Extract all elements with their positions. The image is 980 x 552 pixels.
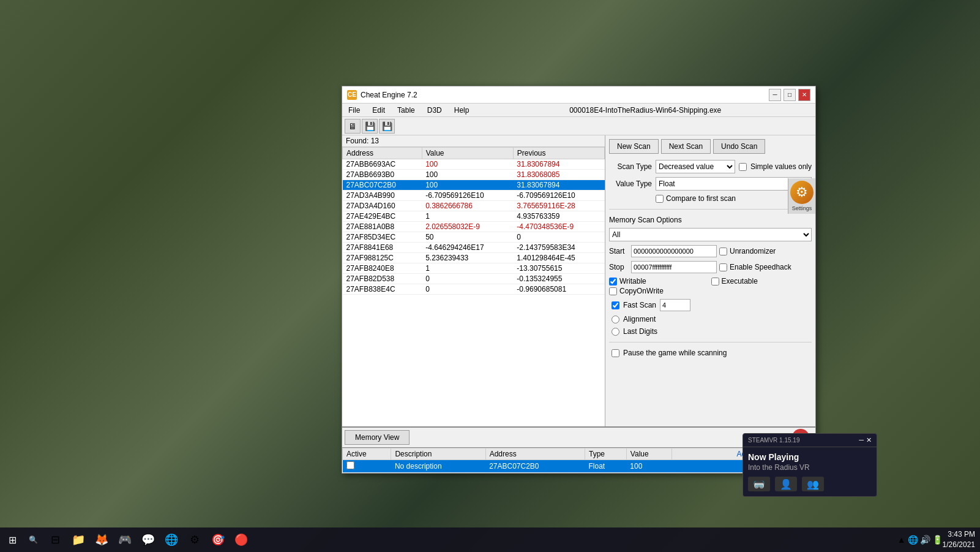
titlebar-left: CE Cheat Engine 7.2 xyxy=(347,90,417,100)
taskbar-items: ⊟ 📁 🦊 🎮 💬 🌐 ⚙ 🎯 🔴 xyxy=(42,529,255,551)
toolbar-btn-1[interactable]: 🖥 xyxy=(345,119,361,134)
scan-table-row[interactable]: 27AD3A4D1600.38626667863.765659116E-28 xyxy=(343,201,605,211)
simple-values-checkbox[interactable] xyxy=(739,163,747,171)
next-scan-button[interactable]: Next Scan xyxy=(661,139,711,154)
close-button[interactable]: ✕ xyxy=(798,89,810,101)
tray-sound-icon[interactable]: 🔊 xyxy=(920,535,930,545)
scan-value: 50 xyxy=(422,232,513,243)
fastscan-checkbox[interactable] xyxy=(612,301,619,309)
scan-table-row[interactable]: 27AFB838E4C0-0.9690685081 xyxy=(343,284,605,295)
scan-type-select[interactable]: Decreased value Increased value Changed … xyxy=(656,160,735,173)
minimize-button[interactable]: ─ xyxy=(769,89,781,101)
unrandomizer-checkbox[interactable] xyxy=(719,248,727,255)
new-scan-button[interactable]: New Scan xyxy=(609,139,659,154)
game-taskbar-button[interactable]: 🔴 xyxy=(230,529,252,551)
scan-previous: 4.935763359 xyxy=(513,211,604,222)
settings-taskbar-button[interactable]: ⚙ xyxy=(184,529,206,551)
lastdigits-radio[interactable] xyxy=(612,328,619,336)
toolbar-btn-2[interactable]: 💾 xyxy=(362,119,378,134)
steamvr-icon-1[interactable]: 🥽 xyxy=(748,477,770,491)
steamvr-icon-2[interactable]: 👤 xyxy=(775,477,797,491)
start-button[interactable]: ⊞ xyxy=(0,527,24,552)
stop-row: Stop Enable Speedhack xyxy=(609,261,812,273)
fileexplorer-button[interactable]: 📁 xyxy=(67,529,89,551)
firefox-button[interactable]: 🦊 xyxy=(91,529,113,551)
scan-value: 1 xyxy=(422,263,513,274)
cheatengine-taskbar-button[interactable]: 🎯 xyxy=(207,529,229,551)
cheat-engine-window: CE Cheat Engine 7.2 ─ □ ✕ File Edit Tabl… xyxy=(342,86,816,474)
undo-scan-button[interactable]: Undo Scan xyxy=(713,139,765,154)
toolbar-btn-3[interactable]: 💾 xyxy=(379,119,395,134)
taskview-button[interactable]: ⊟ xyxy=(44,529,66,551)
menu-table[interactable]: Table xyxy=(394,105,419,116)
taskbar-clock[interactable]: 3:43 PM 1/26/2021 xyxy=(943,529,975,550)
taskbar: ⊞ 🔍 ⊟ 📁 🦊 🎮 💬 🌐 ⚙ 🎯 🔴 ▲ 🌐 🔊 🔋 3:43 PM 1/… xyxy=(0,527,980,552)
addr-type: Float xyxy=(585,460,627,473)
scan-table-row[interactable]: 27AF85D34EC500 xyxy=(343,232,605,243)
steam-button[interactable]: 🎮 xyxy=(114,529,136,551)
settings-panel[interactable]: ⚙ Settings xyxy=(788,178,815,214)
scan-value: -4.646294246E17 xyxy=(422,243,513,253)
writable-checkbox[interactable] xyxy=(609,278,617,285)
steamvr-close[interactable]: ✕ xyxy=(866,436,872,444)
steamvr-header: STEAMVR 1.15.19 ─ ✕ xyxy=(743,434,877,447)
compare-first-row: Compare to first scan xyxy=(609,194,812,203)
stop-input[interactable] xyxy=(631,261,717,273)
tray-network-icon[interactable]: 🌐 xyxy=(908,535,918,545)
scan-table-row[interactable]: 27AF988125C5.2362394331.401298464E-45 xyxy=(343,253,605,263)
discord-button[interactable]: 💬 xyxy=(137,529,159,551)
executable-checkbox[interactable] xyxy=(711,278,719,285)
scan-address: 27AF85D34EC xyxy=(343,232,422,243)
steamvr-icon-3[interactable]: 👥 xyxy=(802,477,824,491)
scan-previous: -0.135324955 xyxy=(513,274,604,284)
pause-game-checkbox[interactable] xyxy=(612,349,619,357)
alignment-radio[interactable] xyxy=(612,316,619,323)
tray-battery-icon[interactable]: 🔋 xyxy=(932,535,943,545)
speedhack-checkbox[interactable] xyxy=(719,263,727,271)
scan-table-row[interactable]: 27AFB82D5380-0.135324955 xyxy=(343,274,605,284)
col-value: Value xyxy=(422,148,513,159)
scan-previous: -4.470348536E-9 xyxy=(513,222,604,232)
value-type-row: Value Type Float Double Int32 xyxy=(609,177,812,191)
menu-d3d[interactable]: D3D xyxy=(424,105,446,116)
scan-table-row[interactable]: 27ABC07C2B010031.83067894 xyxy=(343,180,605,191)
titlebar: CE Cheat Engine 7.2 ─ □ ✕ xyxy=(342,86,815,104)
steamvr-notification: STEAMVR 1.15.19 ─ ✕ Now Playing Into the… xyxy=(742,433,877,497)
tray-expand-icon[interactable]: ▲ xyxy=(897,535,906,545)
memory-options-grid: Writable Executable CopyOnWrite xyxy=(609,277,812,295)
addr-active-checkbox[interactable] xyxy=(346,461,354,469)
scan-address: 27AF988125C xyxy=(343,253,422,263)
steamvr-minimize[interactable]: ─ xyxy=(859,436,864,444)
titlebar-controls: ─ □ ✕ xyxy=(769,89,810,101)
addr-col-value: Value xyxy=(626,448,671,460)
menu-edit[interactable]: Edit xyxy=(368,105,389,116)
start-input[interactable] xyxy=(631,245,717,257)
steamvr-title: STEAMVR 1.15.19 xyxy=(748,437,799,444)
writable-row: Writable xyxy=(609,277,710,285)
memory-view-button[interactable]: Memory View xyxy=(345,430,410,445)
copyonwrite-label: CopyOnWrite xyxy=(619,287,664,295)
fastscan-value-input[interactable] xyxy=(660,299,690,311)
scan-table-row[interactable]: 27ABB6693B010031.83068085 xyxy=(343,170,605,180)
search-icon[interactable]: 🔍 xyxy=(24,531,42,548)
scan-table-row[interactable]: 27AE881A0B82.026558032E-9-4.470348536E-9 xyxy=(343,222,605,232)
menu-help[interactable]: Help xyxy=(451,105,473,116)
steamvr-body: Now Playing Into the Radius VR 🥽 👤 👥 xyxy=(743,447,877,496)
maximize-button[interactable]: □ xyxy=(784,89,796,101)
memory-scan-select[interactable]: All xyxy=(609,228,812,241)
menu-file[interactable]: File xyxy=(345,105,364,116)
scan-table-row[interactable]: 27AD3A4B990-6.709569126E10-6.709569126E1… xyxy=(343,191,605,201)
copyonwrite-checkbox[interactable] xyxy=(609,287,617,295)
browser-button[interactable]: 🌐 xyxy=(160,529,182,551)
scan-table-row[interactable]: 27AE429E4BC14.935763359 xyxy=(343,211,605,222)
steamvr-controls: ─ ✕ xyxy=(859,436,872,444)
scan-table[interactable]: Address Value Previous 27ABB6693AC10031.… xyxy=(342,147,605,426)
scan-table-row[interactable]: 27AFB8240E81-13.30755615 xyxy=(343,263,605,274)
scan-table-row[interactable]: 27ABB6693AC10031.83067894 xyxy=(343,159,605,170)
scan-results-panel: Found: 13 Address Value Previous 27ABB66… xyxy=(342,135,605,426)
scan-previous: -13.30755615 xyxy=(513,263,604,274)
compare-first-checkbox[interactable] xyxy=(656,195,664,203)
scan-value: 2.026558032E-9 xyxy=(422,222,513,232)
pause-game-row: Pause the game while scanning xyxy=(609,349,812,357)
scan-table-row[interactable]: 27AF8841E68-4.646294246E17-2.143759583E3… xyxy=(343,243,605,253)
